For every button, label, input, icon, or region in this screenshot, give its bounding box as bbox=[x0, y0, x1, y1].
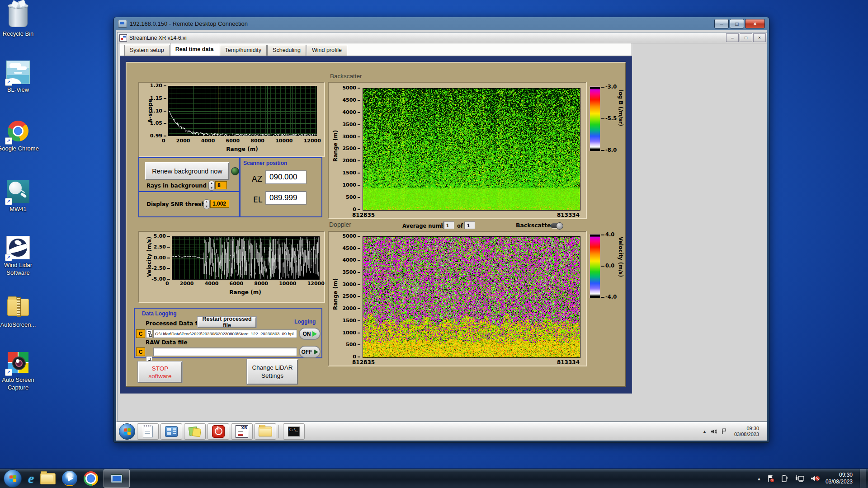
change-lidar-settings-button[interactable]: Change LiDAR Settings bbox=[247, 359, 298, 385]
remote-clock[interactable]: 09:30 03/08/2023 bbox=[731, 425, 762, 438]
restart-processed-file-button[interactable]: Restart processed file bbox=[198, 317, 256, 328]
remote-notepad-button[interactable] bbox=[137, 423, 159, 440]
tab-system-setup[interactable]: System setup bbox=[124, 45, 170, 56]
scanner-position-box: Scanner position AZ 090.000 EL 089.999 bbox=[240, 157, 322, 217]
velocity-x-axis-label: Range (m) bbox=[172, 289, 319, 296]
bl-view-icon: ↗ bbox=[6, 60, 30, 85]
action-center-flag-icon[interactable] bbox=[767, 474, 775, 483]
power-plug-icon[interactable] bbox=[780, 474, 789, 483]
velocity-xtick: 12000 bbox=[307, 281, 325, 286]
backscatter-colorbar-tick: -5.5 bbox=[601, 115, 617, 122]
remote-sticky-notes-button[interactable] bbox=[184, 423, 206, 440]
desktop-icon-mw41[interactable]: ↗ MW41 bbox=[0, 179, 42, 213]
processed-logging-on-button[interactable]: ON bbox=[299, 328, 321, 340]
rdp-icon bbox=[118, 20, 127, 28]
of-label: of bbox=[457, 223, 463, 229]
snr-value[interactable]: 1.002 bbox=[210, 200, 229, 208]
rdp-taskbar-button-active[interactable] bbox=[104, 469, 130, 488]
network-icon[interactable] bbox=[795, 474, 805, 483]
auto-screen-capture-icon: ↗ bbox=[6, 350, 30, 375]
tray-expand-icon[interactable]: ▲ bbox=[757, 476, 761, 481]
host-clock[interactable]: 09:30 03/08/2023 bbox=[826, 472, 854, 485]
action-center-flag-icon[interactable] bbox=[721, 428, 727, 435]
maximize-button[interactable]: □ bbox=[730, 19, 744, 28]
shortcut-arrow-icon: ↗ bbox=[5, 369, 12, 376]
rdp-window-icon bbox=[111, 474, 123, 483]
tab-real-time-data[interactable]: Real time data bbox=[170, 43, 219, 56]
vi-close-button[interactable]: × bbox=[753, 33, 766, 42]
host-date: 03/08/2023 bbox=[826, 479, 853, 485]
average-number-value[interactable]: 1 bbox=[443, 221, 454, 229]
tray-expand-icon[interactable]: ▲ bbox=[703, 429, 707, 434]
start-button[interactable] bbox=[4, 469, 22, 488]
doppler-colorbar-tick: 0.0 bbox=[601, 263, 617, 269]
desktop-icon-wind-lidar[interactable]: ↗ Wind Lidar Software bbox=[0, 235, 42, 277]
backscatter-toggle[interactable] bbox=[551, 223, 562, 228]
wmp-taskbar-button[interactable] bbox=[62, 471, 77, 486]
remote-shutdown-button[interactable] bbox=[208, 423, 229, 440]
rays-spinner[interactable]: ▲▼ bbox=[208, 181, 215, 191]
average-total-value[interactable]: 1 bbox=[464, 221, 475, 229]
desktop-icon-bl-view[interactable]: ↗ BL-View bbox=[0, 60, 42, 94]
remote-cmd-button[interactable]: C:\_ bbox=[283, 423, 305, 440]
raw-drive-letter[interactable]: C bbox=[136, 347, 145, 356]
stop-line1: STOP bbox=[152, 365, 169, 372]
processed-browse-icon[interactable] bbox=[146, 329, 152, 338]
processed-drive-letter[interactable]: C bbox=[136, 329, 145, 338]
shortcut-arrow-icon: ↗ bbox=[5, 137, 12, 145]
rays-value[interactable]: 8 bbox=[215, 181, 227, 189]
snr-spinner[interactable]: ▲▼ bbox=[203, 199, 210, 209]
volume-icon[interactable] bbox=[710, 428, 717, 435]
doppler-title: Doppler bbox=[329, 221, 351, 228]
ascope-xtick: 2000 bbox=[176, 138, 190, 144]
raw-logging-off-button[interactable]: OFF bbox=[299, 346, 321, 358]
remote-explorer-button[interactable] bbox=[255, 423, 276, 440]
doppler-colorbar-tick: -4.0 bbox=[601, 294, 617, 300]
front-panel: A-scope 1.201.151.101.050.99 02000400060… bbox=[126, 62, 626, 387]
rdp-titlebar[interactable]: 192.168.0.150 - Remote Desktop Connectio… bbox=[116, 17, 767, 30]
remote-streamline-xr-button[interactable] bbox=[231, 423, 253, 440]
chrome-taskbar-button[interactable] bbox=[84, 471, 98, 486]
desktop-icon-recycle-bin[interactable]: Recycle Bin bbox=[0, 4, 42, 38]
vi-maximize-button[interactable]: □ bbox=[740, 33, 752, 42]
tab-wind-profile[interactable]: Wind profile bbox=[307, 45, 347, 56]
el-value-field[interactable]: 089.999 bbox=[265, 191, 307, 205]
vi-titlebar[interactable]: StreamLine XR v14-6.vi – □ × bbox=[118, 33, 767, 43]
stop-line2: software bbox=[148, 372, 171, 380]
desktop-icon-google-chrome[interactable]: ↗ Google Chrome bbox=[0, 118, 42, 152]
volume-muted-icon[interactable] bbox=[810, 474, 820, 483]
ie-taskbar-button[interactable]: e bbox=[28, 471, 34, 486]
tab-scheduling[interactable]: Scheduling bbox=[267, 45, 306, 56]
doppler-time-start: 812835 bbox=[352, 359, 375, 366]
desktop-icon-auto-screen-capture[interactable]: ↗ Auto Screen Capture bbox=[0, 350, 42, 391]
raw-path-field[interactable] bbox=[153, 347, 297, 356]
az-value-field[interactable]: 090.000 bbox=[265, 170, 307, 184]
host-taskbar: e ▲ 09:30 03/08/2023 bbox=[0, 469, 868, 488]
processed-data-file-label: Processed Data file bbox=[146, 320, 205, 327]
desktop-icon-autoscreen-zip[interactable]: AutoScreen... bbox=[0, 295, 42, 328]
close-button[interactable]: × bbox=[745, 19, 765, 28]
streamline-xr-icon bbox=[236, 425, 248, 438]
tab-temp-humidity[interactable]: Temp/humidity bbox=[220, 45, 267, 56]
renew-background-button[interactable]: Renew background now bbox=[145, 162, 229, 180]
show-desktop-button[interactable] bbox=[860, 469, 866, 488]
desktop-icon-label: Google Chrome bbox=[0, 145, 42, 152]
stop-software-button[interactable]: STOP software bbox=[138, 361, 182, 383]
explorer-taskbar-button[interactable] bbox=[40, 473, 56, 484]
doppler-ytick: 2000 bbox=[342, 306, 360, 311]
zip-folder-icon bbox=[6, 295, 30, 320]
shortcut-arrow-icon: ↗ bbox=[5, 198, 12, 205]
minimize-button[interactable]: – bbox=[714, 19, 729, 28]
labview-vi-icon bbox=[119, 34, 127, 42]
ascope-x-axis-label: Range (m) bbox=[168, 146, 316, 152]
vi-window: StreamLine XR v14-6.vi – □ × System setu… bbox=[117, 32, 767, 422]
vi-minimize-button[interactable]: – bbox=[726, 33, 739, 42]
velocity-xtick: 2000 bbox=[180, 281, 194, 286]
az-label: AZ bbox=[252, 174, 262, 183]
remote-display-settings-button[interactable] bbox=[160, 423, 182, 440]
backscatter-ytick: 3500 bbox=[342, 122, 360, 127]
processed-path-field[interactable]: C:\Lidar\Data\Proc\2023\202308\20230803\… bbox=[153, 329, 297, 338]
shortcut-arrow-icon: ↗ bbox=[5, 254, 12, 261]
backscatter-ytick: 3000 bbox=[342, 134, 360, 139]
remote-start-button[interactable] bbox=[119, 423, 135, 440]
